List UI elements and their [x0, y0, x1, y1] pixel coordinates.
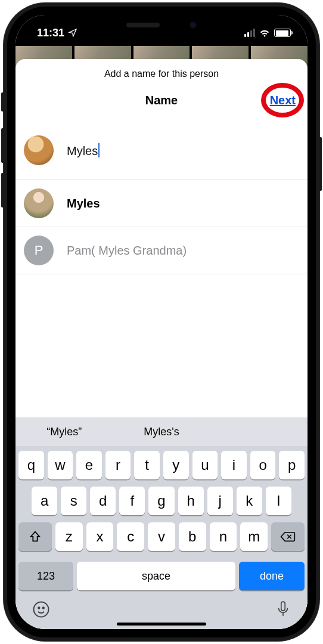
svg-point-0	[34, 602, 49, 617]
suggestion-row-myles[interactable]: Myles	[15, 180, 308, 227]
key-l[interactable]: l	[266, 487, 291, 515]
emoji-icon[interactable]	[32, 600, 50, 618]
name-input-wrap[interactable]: Myles	[67, 143, 299, 158]
home-indicator[interactable]	[117, 623, 206, 626]
dictation-icon[interactable]	[275, 600, 291, 618]
key-w[interactable]: w	[48, 451, 73, 479]
key-c[interactable]: c	[117, 522, 144, 551]
key-t[interactable]: t	[134, 451, 160, 479]
key-g[interactable]: g	[148, 487, 174, 515]
key-o[interactable]: o	[250, 451, 276, 479]
name-input[interactable]: Myles	[67, 144, 98, 157]
key-b[interactable]: b	[179, 522, 206, 551]
status-time: 11:31	[37, 27, 64, 39]
suggestion-label: Myles	[67, 197, 100, 210]
person-avatar	[24, 135, 54, 165]
key-f[interactable]: f	[119, 487, 145, 515]
battery-icon	[274, 29, 291, 37]
key-y[interactable]: y	[163, 451, 189, 479]
front-camera	[190, 21, 197, 29]
backspace-icon	[280, 531, 296, 543]
speaker-grille	[126, 23, 160, 27]
cellular-signal-icon	[244, 29, 255, 37]
suggestion-avatar	[24, 188, 54, 218]
sheet-title: Name	[145, 94, 178, 107]
suggestion-label: Pam( Myles Grandma)	[67, 244, 187, 258]
key-z[interactable]: z	[55, 522, 83, 551]
shift-icon	[29, 530, 42, 543]
key-u[interactable]: u	[192, 451, 218, 479]
key-m[interactable]: m	[240, 522, 268, 551]
volume-down-button	[1, 173, 5, 208]
key-k[interactable]: k	[237, 487, 262, 515]
key-n[interactable]: n	[210, 522, 237, 551]
keyboard-suggestion[interactable]: Myles's	[113, 426, 210, 438]
suggestion-row-pam[interactable]: P Pam( Myles Grandma)	[15, 227, 308, 274]
key-p[interactable]: p	[279, 451, 305, 479]
sheet-subtitle: Add a name for this person	[15, 59, 308, 79]
key-r[interactable]: r	[105, 451, 131, 479]
text-cursor	[98, 143, 100, 157]
wifi-icon	[259, 29, 271, 37]
key-backspace[interactable]	[271, 522, 305, 551]
name-person-sheet: Add a name for this person Name Next Myl…	[15, 59, 308, 629]
keyboard: “Myles” Myles's q w e r t y u	[15, 417, 308, 629]
power-button	[318, 137, 322, 191]
next-button[interactable]: Next	[270, 94, 296, 107]
key-space[interactable]: space	[77, 562, 235, 590]
suggestion-avatar-letter: P	[24, 236, 54, 265]
phone-frame: 11:31	[4, 3, 319, 641]
keyboard-suggestion[interactable]: “Myles”	[15, 426, 113, 438]
key-h[interactable]: h	[178, 487, 204, 515]
key-a[interactable]: a	[32, 487, 57, 515]
key-j[interactable]: j	[207, 487, 233, 515]
volume-up-button	[1, 128, 5, 163]
key-i[interactable]: i	[221, 451, 247, 479]
key-x[interactable]: x	[86, 522, 114, 551]
name-input-row[interactable]: Myles	[15, 121, 308, 180]
svg-rect-3	[281, 602, 285, 611]
key-d[interactable]: d	[90, 487, 116, 515]
key-e[interactable]: e	[76, 451, 102, 479]
mute-switch	[1, 92, 5, 112]
key-done[interactable]: done	[239, 562, 305, 590]
key-shift[interactable]	[18, 522, 52, 551]
notch	[96, 15, 227, 35]
keyboard-suggestion-bar: “Myles” Myles's	[15, 417, 308, 446]
key-s[interactable]: s	[61, 487, 86, 515]
key-numbers[interactable]: 123	[18, 562, 73, 590]
key-v[interactable]: v	[148, 522, 175, 551]
location-icon	[68, 28, 77, 38]
svg-point-2	[43, 607, 45, 609]
key-q[interactable]: q	[18, 451, 44, 479]
svg-point-1	[38, 607, 40, 609]
